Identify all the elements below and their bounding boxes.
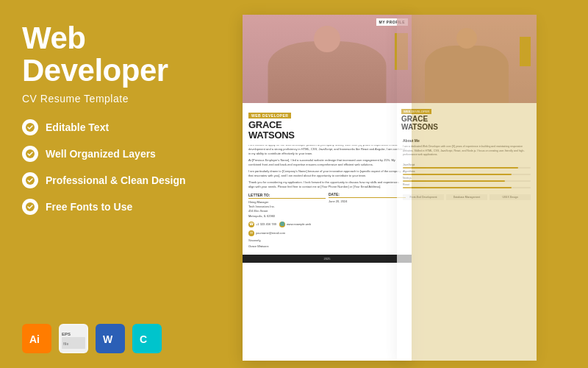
svg-text:Ai: Ai [29, 333, 40, 345]
cover-letter-body-4: Thank you for considering my application… [248, 180, 406, 189]
skill-label-3: Node.js [403, 177, 531, 180]
email-text: www.example.web [287, 222, 311, 227]
main-container: Web Developer CV Resume Template Editabl… [0, 0, 588, 368]
check-icon-4 [22, 199, 38, 215]
email2-text: yourname@email.com [256, 231, 285, 236]
resume-card-main: MY PROFILE WEB DEVELOPER GRACE WATSONS D… [243, 15, 412, 361]
svg-text:W: W [103, 333, 113, 345]
skill-track-3 [403, 180, 531, 182]
skill-fill-1 [403, 167, 518, 169]
r2-first-name: GRACE [401, 115, 428, 123]
phone-text: +1 323 456 789 [256, 222, 276, 227]
signature: Grace Watsons [248, 244, 406, 249]
r2-last-name: WATSONS [401, 123, 438, 131]
letter-to-label: LETTER TO: [248, 192, 326, 199]
resume-footer: 2025 [243, 255, 412, 263]
letter-to-box: LETTER TO: Hiring Manager Tech Innovator… [248, 192, 326, 219]
feature-text-2: Well Organized Layers [46, 148, 156, 160]
date-box: DATE: June 20, 2024 [329, 192, 406, 219]
skill-track-4 [403, 187, 531, 188]
sign-section: Sincerely, Grace Watsons [248, 238, 406, 249]
skill-track-2 [403, 174, 531, 175]
ai-icon: Ai [22, 324, 51, 353]
resume-photo [243, 15, 412, 103]
date-value: June 20, 2024 [329, 199, 406, 204]
check-icon-2 [22, 146, 38, 162]
svg-text:EPS: EPS [62, 332, 71, 336]
right-panel: MY PROFILE WEB DEVELOPER GRACE WATSONS D… [228, 0, 588, 368]
contact-row: ☎ +1 323 456 789 🌐 www.example.web [248, 222, 406, 227]
job-title-badge: WEB DEVELOPER [248, 113, 291, 118]
letter-info-grid: LETTER TO: Hiring Manager Tech Innovator… [248, 192, 406, 219]
software-icons: Ai EPS file W C [22, 324, 206, 353]
r2-yellow-accent [520, 37, 531, 66]
contact-phone: ☎ +1 323 456 789 [248, 222, 276, 227]
skill-fill-4 [403, 187, 512, 188]
skill-label-2: Algorithms [403, 170, 531, 173]
name-section: WEB DEVELOPER GRACE WATSONS [243, 103, 412, 145]
skill-item-1: Front-End Development [403, 194, 444, 200]
feature-item-4: Free Fonts to Use [22, 199, 206, 215]
word-icon: W [96, 324, 125, 353]
left-panel: Web Developer CV Resume Template Editabl… [0, 0, 228, 368]
r2-text-heading: About Me [403, 138, 531, 144]
title-section: Web Developer CV Resume Template Editabl… [22, 22, 206, 215]
r2-title-badge: WEB DEVELOPER [401, 109, 431, 114]
features-list: Editable Text Well Organized Layers [22, 119, 206, 215]
contact-email2: ✉ yourname@email.com [248, 230, 285, 236]
r2-skills-grid: Front-End Development Database Managemen… [397, 192, 537, 202]
feature-text-1: Editable Text [46, 121, 109, 133]
r2-name-section: WEB DEVELOPER GRACE WATSONS [397, 103, 537, 134]
feature-item-3: Professional & Clean Design [22, 172, 206, 188]
canva-icon: C [132, 324, 162, 353]
cover-letter-body-3: I am particularly drawn to [Company's Na… [248, 169, 406, 178]
subtitle: CV Resume Template [22, 93, 206, 105]
r2-person-silhouette [397, 15, 537, 103]
resume-header-2 [397, 15, 537, 103]
r2-text-content: I am a dedicated Web Developer with over… [403, 145, 531, 158]
r2-text-block: About Me I am a dedicated Web Developer … [397, 134, 537, 161]
svg-text:file: file [63, 342, 68, 346]
footer-year: 2025 [324, 257, 331, 261]
cover-letter: Dear Hiring Manager, I am excited to app… [243, 129, 412, 255]
feature-text-3: Professional & Clean Design [46, 174, 186, 186]
resume-header: MY PROFILE WEB DEVELOPER GRACE WATSONS [243, 15, 412, 129]
web-icon: 🌐 [279, 222, 285, 227]
eps-icon: EPS file [59, 324, 88, 353]
check-icon-3 [22, 172, 38, 188]
email-icon: ✉ [248, 230, 254, 236]
svg-text:C: C [140, 333, 147, 345]
contact-row-2: ✉ yourname@email.com [248, 230, 406, 236]
resume-card-secondary: WEB DEVELOPER GRACE WATSONS About Me I a… [397, 15, 537, 361]
skill-label-4: React [403, 183, 531, 186]
skill-item-3: UI/UX Design [490, 194, 531, 200]
date-label: DATE: [329, 192, 406, 199]
skill-fill-3 [403, 180, 505, 182]
last-name: WATSONS [248, 130, 295, 141]
cover-letter-body-2: At [Previous Employer's Name], I led a s… [248, 158, 406, 167]
r2-skills: JavaScript Algorithms Node.js React [397, 161, 537, 192]
person-silhouette [243, 15, 412, 103]
main-title: Web Developer [22, 22, 206, 87]
feature-item-2: Well Organized Layers [22, 146, 206, 162]
skill-label-1: JavaScript [403, 163, 531, 166]
closing: Sincerely, [248, 238, 406, 243]
feature-text-4: Free Fonts to Use [46, 201, 132, 213]
letter-to-city: Metropolis, IL 62960 [248, 214, 326, 219]
check-icon-1 [22, 119, 38, 135]
skill-track-1 [403, 167, 531, 169]
feature-item-1: Editable Text [22, 119, 206, 135]
skill-item-2: Database Management [446, 194, 487, 200]
first-name: GRACE [248, 119, 282, 130]
phone-icon: ☎ [248, 222, 254, 227]
contact-email: 🌐 www.example.web [279, 222, 311, 227]
skill-fill-2 [403, 174, 512, 175]
person-name: GRACE WATSONS [248, 120, 406, 141]
